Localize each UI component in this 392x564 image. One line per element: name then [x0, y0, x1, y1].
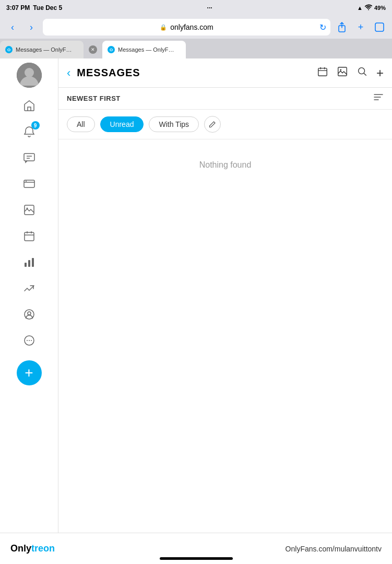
sidebar-item-calendar[interactable] [17, 224, 42, 249]
browser-forward-button[interactable]: › [24, 20, 39, 34]
svg-point-21 [340, 69, 341, 70]
date-display: Tue Dec 5 [33, 4, 62, 11]
back-button[interactable]: ‹ [67, 66, 70, 80]
home-indicator [160, 557, 233, 560]
header-actions: + [317, 66, 384, 80]
svg-point-8 [26, 208, 28, 209]
svg-rect-9 [25, 232, 34, 241]
status-bar: 3:07 PM Tue Dec 5 ··· ▲ 49% [0, 0, 392, 16]
tabs-bar: O Messages — OnlyFans ✕ O Messages — Onl… [0, 39, 392, 58]
sidebar-item-profile[interactable] [17, 302, 42, 327]
svg-point-14 [28, 312, 31, 315]
page-header: ‹ MESSAGES + [58, 58, 392, 88]
main-layout: 9 + [0, 58, 392, 533]
fab-compose-button[interactable]: + [17, 360, 42, 385]
svg-point-6 [26, 181, 27, 182]
filter-tabs: All Unread With Tips [58, 110, 392, 139]
tab-1-favicon: O [5, 46, 13, 53]
svg-point-3 [25, 68, 34, 77]
filter-tab-all[interactable]: All [67, 116, 95, 132]
sidebar-item-stats[interactable] [17, 250, 42, 275]
sidebar-item-more[interactable] [17, 328, 42, 353]
svg-rect-1 [375, 23, 384, 31]
tab-1-label: Messages — OnlyFans [16, 46, 73, 53]
sort-button[interactable] [373, 93, 384, 104]
url-bar[interactable]: 🔒 onlyfans.com ↻ [43, 19, 330, 36]
tab-switcher-button[interactable] [372, 20, 387, 34]
browser-actions: + [335, 20, 387, 34]
sidebar-item-gallery[interactable] [17, 197, 42, 222]
sidebar: 9 + [0, 58, 58, 533]
tab-3-favicon: O [108, 46, 115, 53]
status-bar-right: ▲ 49% [357, 4, 386, 11]
tab-1[interactable]: O Messages — OnlyFans [0, 41, 84, 58]
svg-point-16 [27, 340, 28, 341]
svg-point-22 [359, 68, 365, 74]
svg-point-18 [31, 340, 32, 341]
sidebar-item-media[interactable] [17, 171, 42, 196]
wifi-icon [365, 4, 372, 11]
tab-3[interactable]: O Messages — OnlyFans [102, 41, 186, 58]
calendar-button[interactable] [317, 66, 328, 80]
onlytreon-logo: Onlytreon [10, 543, 55, 554]
sort-label: NEWEST FIRST [67, 95, 369, 102]
svg-rect-10 [25, 263, 27, 267]
avatar[interactable] [17, 63, 42, 88]
sidebar-item-messages[interactable] [17, 145, 42, 170]
svg-rect-5 [24, 180, 34, 187]
svg-rect-11 [28, 260, 30, 267]
lock-icon: 🔒 [160, 24, 167, 31]
signal-icon: ▲ [357, 5, 363, 11]
filter-bar: NEWEST FIRST [58, 88, 392, 110]
tab-3-label: Messages — OnlyFans [118, 46, 175, 53]
notification-badge: 9 [31, 121, 40, 130]
svg-rect-20 [338, 67, 347, 76]
sidebar-item-notifications[interactable]: 9 [17, 119, 42, 144]
bottom-bar: Onlytreon OnlyFans.com/mulanvuittontv [0, 533, 392, 564]
ellipsis-dots: ··· [207, 4, 212, 11]
new-tab-button[interactable]: + [353, 20, 368, 34]
battery-display: 49% [374, 5, 386, 11]
svg-rect-12 [32, 258, 34, 267]
edit-button[interactable] [204, 116, 221, 133]
content-area: ‹ MESSAGES + NEWEST FIRST [58, 58, 392, 533]
empty-state-text: Nothing found [199, 160, 252, 170]
search-button[interactable] [357, 66, 368, 80]
logo-treon-text: treon [31, 543, 55, 554]
page-title: MESSAGES [77, 67, 311, 79]
logo-only-text: Only [10, 543, 31, 554]
image-button[interactable] [337, 66, 348, 80]
browser-back-button[interactable]: ‹ [5, 20, 20, 34]
sidebar-item-trending[interactable] [17, 276, 42, 301]
url-text: onlyfans.com [170, 23, 213, 31]
watermark-text: OnlyFans.com/mulanvuittontv [286, 545, 382, 553]
time-display: 3:07 PM [6, 4, 30, 11]
empty-state: Nothing found [58, 139, 392, 533]
tab-close-button[interactable]: ✕ [89, 45, 97, 54]
tab-close-tab[interactable]: ✕ [84, 41, 102, 58]
browser-toolbar: ‹ › 🔒 onlyfans.com ↻ + [0, 16, 392, 39]
compose-button[interactable]: + [376, 66, 384, 80]
svg-rect-4 [24, 154, 34, 161]
filter-tab-unread[interactable]: Unread [100, 116, 144, 132]
sidebar-item-home[interactable] [17, 93, 42, 118]
svg-point-17 [29, 340, 30, 341]
status-bar-left: 3:07 PM Tue Dec 5 [6, 4, 62, 11]
share-button[interactable] [335, 20, 349, 34]
filter-tab-with-tips[interactable]: With Tips [149, 116, 199, 132]
svg-rect-19 [318, 68, 327, 76]
reload-button[interactable]: ↻ [319, 22, 326, 32]
